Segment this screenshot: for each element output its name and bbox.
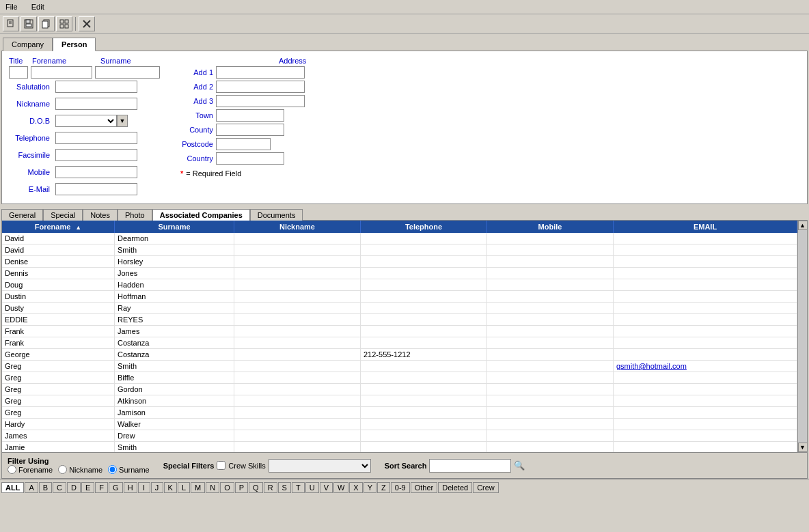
save-button[interactable] [20, 16, 37, 31]
alpha-tab-d[interactable]: D [67, 482, 81, 493]
crew-skills-checkbox[interactable] [217, 461, 225, 470]
alpha-tab-k[interactable]: K [164, 482, 177, 493]
new-button[interactable] [3, 16, 19, 31]
mobile-input[interactable] [55, 166, 137, 178]
dob-arrow[interactable]: ▼ [117, 115, 128, 127]
config-button[interactable] [56, 16, 72, 31]
alpha-tab-m[interactable]: M [191, 482, 205, 493]
header-surname[interactable]: Surname [115, 221, 234, 233]
subtab-notes[interactable]: Notes [83, 209, 118, 221]
alpha-tab-w[interactable]: W [333, 482, 348, 493]
table-row[interactable]: FrankCostanza [2, 337, 797, 349]
alpha-tab-u[interactable]: U [305, 482, 319, 493]
title-input[interactable] [9, 66, 28, 79]
header-mobile[interactable]: Mobile [487, 221, 614, 233]
table-row[interactable]: GregBiffle [2, 372, 797, 384]
alpha-tab-p[interactable]: P [235, 482, 248, 493]
table-row[interactable]: DennisJones [2, 268, 797, 279]
county-input[interactable] [216, 124, 284, 136]
table-row[interactable]: DeniseHorsley [2, 256, 797, 268]
town-input[interactable] [216, 109, 284, 122]
add2-input[interactable] [216, 81, 305, 93]
filter-forename-radio[interactable] [8, 465, 16, 474]
alpha-tab-l[interactable]: L [178, 482, 190, 493]
email-link[interactable]: gsmith@hotmail.com [616, 362, 687, 370]
alpha-tab-t[interactable]: T [292, 482, 305, 493]
country-input[interactable] [216, 152, 284, 165]
subtab-associated-companies[interactable]: Associated Companies [152, 209, 250, 221]
alpha-tab-all[interactable]: ALL [1, 482, 24, 493]
alpha-tab-b[interactable]: B [39, 482, 52, 493]
alpha-tab-x[interactable]: X [349, 482, 362, 493]
facsimile-input[interactable] [55, 149, 137, 161]
table-row[interactable]: GeorgeCostanza212-555-1212 [2, 349, 797, 361]
table-row[interactable]: EDDIEREYES [2, 314, 797, 326]
alpha-tab-z[interactable]: Z [377, 482, 390, 493]
table-row[interactable]: DavidSmith [2, 244, 797, 256]
table-row[interactable]: GregAtkinson [2, 395, 797, 407]
alpha-tab-c[interactable]: C [53, 482, 66, 493]
table-row[interactable]: DavidDearmon [2, 233, 797, 244]
alpha-tab-g[interactable]: G [109, 482, 123, 493]
alpha-tab-h[interactable]: H [124, 482, 137, 493]
alpha-tab-y[interactable]: Y [364, 482, 376, 493]
menu-edit[interactable]: Edit [29, 1, 47, 12]
table-row[interactable]: HardyWalker [2, 419, 797, 430]
alpha-tab-o[interactable]: O [220, 482, 234, 493]
alpha-tab-i[interactable]: I [138, 482, 150, 493]
subtab-photo[interactable]: Photo [118, 209, 152, 221]
grid-cell[interactable]: gsmith@hotmail.com [614, 361, 797, 372]
email-input[interactable] [55, 183, 137, 195]
table-row[interactable]: DougHadden [2, 279, 797, 291]
alpha-tab-q[interactable]: Q [249, 482, 263, 493]
sort-search-input[interactable] [429, 459, 511, 473]
salutation-input[interactable] [55, 81, 137, 93]
search-icon[interactable]: 🔍 [514, 460, 525, 471]
scroll-up[interactable]: ▲ [798, 221, 808, 230]
alpha-tab-09[interactable]: 0-9 [391, 482, 410, 493]
filter-surname[interactable]: Surname [108, 465, 150, 474]
add3-input[interactable] [216, 95, 305, 107]
filter-nickname[interactable]: Nickname [58, 465, 102, 474]
table-row[interactable]: GregJamison [2, 407, 797, 419]
alpha-tab-other[interactable]: Other [411, 482, 438, 493]
alpha-tab-r[interactable]: R [264, 482, 277, 493]
forename-input[interactable]: Aaron [31, 66, 92, 79]
telephone-input[interactable] [55, 132, 137, 144]
tab-person[interactable]: Person [53, 38, 96, 51]
table-row[interactable]: DustyRay [2, 303, 797, 314]
table-row[interactable]: GregSmithgsmith@hotmail.com [2, 361, 797, 372]
menu-file[interactable]: File [3, 1, 20, 12]
header-forename[interactable]: Forename ▲ [2, 221, 115, 233]
subtab-general[interactable]: General [1, 209, 43, 221]
table-row[interactable]: JamieSmith [2, 442, 797, 452]
table-row[interactable]: DustinHoffman [2, 291, 797, 303]
alpha-tab-crew[interactable]: Crew [473, 482, 499, 493]
filter-nickname-radio[interactable] [58, 465, 67, 474]
scrollbar[interactable]: ▲ ▼ [797, 221, 807, 452]
postcode-input[interactable] [216, 138, 271, 150]
alpha-tab-f[interactable]: F [95, 482, 108, 493]
subtab-documents[interactable]: Documents [250, 209, 303, 221]
subtab-special[interactable]: Special [43, 209, 83, 221]
tab-company[interactable]: Company [3, 38, 53, 51]
add1-input[interactable] [216, 66, 305, 79]
dob-select[interactable] [55, 115, 117, 127]
alpha-tab-n[interactable]: N [206, 482, 219, 493]
table-row[interactable]: FrankJames [2, 326, 797, 337]
header-telephone[interactable]: Telephone [361, 221, 487, 233]
alpha-tab-s[interactable]: S [278, 482, 291, 493]
filter-forename[interactable]: Forename [8, 465, 53, 474]
copy-button[interactable] [38, 16, 55, 31]
header-email[interactable]: EMAIL [614, 221, 797, 233]
alpha-tab-v[interactable]: V [320, 482, 333, 493]
scroll-down[interactable]: ▼ [798, 443, 808, 452]
table-row[interactable]: JamesDrew [2, 430, 797, 442]
table-row[interactable]: GregGordon [2, 384, 797, 395]
filter-surname-radio[interactable] [108, 465, 117, 474]
nickname-input[interactable] [55, 98, 137, 110]
special-filters-select[interactable] [269, 459, 371, 473]
alpha-tab-e[interactable]: E [81, 482, 94, 493]
header-nickname[interactable]: Nickname [234, 221, 361, 233]
close-button[interactable] [79, 16, 95, 31]
